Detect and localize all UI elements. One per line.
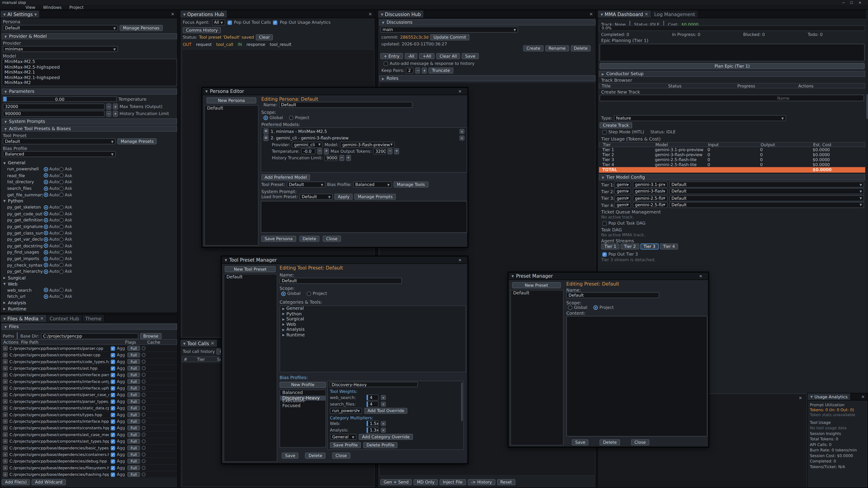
auto-radio[interactable] bbox=[43, 250, 48, 255]
browse-button[interactable]: Browse bbox=[140, 333, 162, 339]
entry-button[interactable]: Save bbox=[462, 53, 479, 59]
auto-radio[interactable] bbox=[43, 167, 48, 171]
tier-model-select[interactable]: gemini-2.5-flash-lite ▼ bbox=[633, 195, 668, 201]
tier-preset-select[interactable]: Default ▼ bbox=[669, 195, 864, 201]
add-tool-override-button[interactable]: Add Tool Override bbox=[364, 408, 408, 414]
persona-editor-titlebar[interactable]: ▼ Persona Editor ✕ bbox=[203, 88, 467, 95]
bias-profile-select[interactable]: Balanced ▼ bbox=[3, 151, 116, 157]
agg-checkbox[interactable]: ✓ bbox=[111, 432, 115, 437]
ask-radio[interactable] bbox=[59, 205, 64, 210]
decrement-icon[interactable]: − bbox=[388, 148, 393, 154]
auto-radio[interactable] bbox=[43, 288, 48, 292]
close-icon[interactable]: ✕ bbox=[859, 0, 861, 4]
remove-model-icon[interactable]: ✕ bbox=[460, 129, 465, 133]
decrement-icon[interactable]: − bbox=[106, 111, 111, 117]
provider-select[interactable]: minimax ▼ bbox=[3, 46, 118, 52]
persona-bias-profile-select[interactable]: Balanced ▼ bbox=[353, 182, 392, 188]
tool-preset-list-item[interactable]: Default bbox=[224, 274, 277, 280]
full-button[interactable]: Full bbox=[127, 425, 140, 430]
tool-preset-name-input[interactable]: Default bbox=[280, 278, 402, 284]
manage-prompts-button[interactable]: Manage Prompts bbox=[354, 194, 396, 200]
manage-personas-button[interactable]: Manage Personas bbox=[120, 25, 163, 31]
scope-global-radio[interactable] bbox=[264, 116, 268, 120]
remove-file-icon[interactable]: ✕ bbox=[3, 465, 8, 470]
model-option[interactable]: MiniMax-M2.1-highspeed bbox=[2, 75, 177, 80]
remove-file-icon[interactable]: ✕ bbox=[3, 452, 8, 457]
category-row[interactable]: ▶ Python bbox=[280, 311, 465, 317]
agg-checkbox[interactable]: ✓ bbox=[111, 386, 115, 390]
new-profile-button[interactable]: New Profile bbox=[280, 382, 326, 388]
ask-radio[interactable] bbox=[59, 231, 64, 235]
remove-multiplier-icon[interactable]: ✕ bbox=[381, 421, 386, 426]
entry-button[interactable]: Clear All bbox=[436, 53, 460, 59]
group-analysis[interactable]: ▶ Analysis bbox=[2, 300, 177, 306]
discussions-section[interactable]: ▼ Discussions bbox=[379, 20, 596, 26]
remove-file-icon[interactable]: ✕ bbox=[3, 459, 8, 464]
agg-checkbox[interactable]: ✓ bbox=[111, 426, 115, 430]
reorder-handle-icon[interactable]: ≡ bbox=[264, 128, 269, 134]
epic-planning-textarea[interactable] bbox=[599, 43, 865, 61]
persona-list-item[interactable]: Default bbox=[205, 106, 258, 111]
entry-button[interactable]: + Entry bbox=[380, 53, 403, 59]
temperature-slider[interactable]: 0.00 bbox=[3, 96, 117, 102]
delete-discussion-button[interactable]: Delete bbox=[570, 45, 591, 52]
agg-checkbox[interactable]: ✓ bbox=[111, 406, 115, 410]
full-button[interactable]: Full bbox=[127, 392, 140, 397]
truncate-button[interactable]: Truncate bbox=[429, 68, 453, 74]
full-button[interactable]: Full bbox=[127, 405, 140, 411]
entry-button[interactable]: -All bbox=[404, 53, 417, 59]
remove-file-icon[interactable]: ✕ bbox=[3, 432, 8, 437]
remove-file-icon[interactable]: ✕ bbox=[3, 352, 8, 357]
increment-icon[interactable]: + bbox=[346, 155, 351, 161]
tab-usage-analytics[interactable]: ▼ Usage Analytics bbox=[808, 393, 851, 400]
auto-radio[interactable] bbox=[43, 173, 48, 178]
tab-context-hub[interactable]: Context Hub bbox=[47, 315, 83, 322]
history-limit-input[interactable]: 900000 bbox=[324, 155, 338, 161]
preset-name-input[interactable]: Default bbox=[566, 292, 659, 298]
reorder-handle-icon[interactable]: ≡ bbox=[264, 135, 269, 141]
category-override-select[interactable]: General ▼ bbox=[330, 434, 357, 440]
scrollbar-thumb[interactable] bbox=[461, 382, 463, 421]
ask-radio[interactable] bbox=[59, 212, 64, 216]
files-section[interactable]: ▼ Files bbox=[2, 324, 177, 330]
remove-file-icon[interactable]: ✕ bbox=[3, 372, 8, 377]
full-button[interactable]: Full bbox=[127, 399, 140, 404]
auto-radio[interactable] bbox=[43, 269, 48, 274]
max-tokens-input[interactable]: 32000 bbox=[3, 103, 105, 109]
agg-checkbox[interactable]: ✓ bbox=[111, 459, 115, 463]
group-python[interactable]: ▼ Python bbox=[2, 198, 177, 204]
full-button[interactable]: Full bbox=[127, 459, 140, 464]
manage-tools-button[interactable]: Manage Tools bbox=[394, 182, 428, 188]
scrollbar-thumb[interactable] bbox=[866, 94, 868, 119]
full-button[interactable]: Full bbox=[127, 439, 140, 444]
discussion-action-button[interactable]: -> History bbox=[467, 479, 495, 485]
entry-button[interactable]: +All bbox=[419, 53, 435, 59]
weight-input[interactable]: 4 bbox=[366, 401, 379, 407]
stream-tab[interactable]: Tier 1 bbox=[601, 243, 620, 250]
agg-checkbox[interactable]: ✓ bbox=[111, 353, 115, 357]
full-button[interactable]: Full bbox=[127, 352, 140, 357]
close-icon[interactable]: ✕ bbox=[859, 394, 868, 399]
auto-radio[interactable] bbox=[43, 294, 48, 299]
apply-button[interactable]: Apply bbox=[335, 194, 353, 200]
clear-status-button[interactable]: Clear bbox=[256, 34, 273, 40]
increment-icon[interactable]: + bbox=[394, 148, 399, 154]
manage-presets-button[interactable]: Manage Presets bbox=[117, 138, 157, 144]
full-button[interactable]: Full bbox=[127, 419, 140, 424]
scope-global-radio[interactable] bbox=[568, 305, 572, 310]
category-row[interactable]: ▶ General bbox=[280, 306, 465, 311]
save-persona-button[interactable]: Save Persona bbox=[261, 236, 296, 242]
pop-out-usage-analytics-checkbox[interactable]: ✓ bbox=[273, 20, 278, 25]
remove-file-icon[interactable]: ✕ bbox=[3, 392, 8, 397]
remove-file-icon[interactable]: ✕ bbox=[3, 346, 8, 351]
tier-preset-select[interactable]: Default ▼ bbox=[669, 202, 864, 208]
save-profile-button[interactable]: Save Profile bbox=[330, 442, 361, 448]
discussion-select[interactable]: main ▼ bbox=[380, 27, 518, 33]
ask-radio[interactable] bbox=[59, 167, 64, 171]
tier-model-config-section[interactable]: ▼ Tier Model Config bbox=[599, 174, 865, 180]
tool-preset-select[interactable]: Default ▼ bbox=[3, 138, 116, 144]
create-discussion-button[interactable]: Create bbox=[523, 45, 544, 52]
auto-radio[interactable] bbox=[43, 224, 48, 229]
category-row[interactable]: ▶ Runtime bbox=[280, 332, 465, 337]
add-preferred-model-button[interactable]: Add Preferred Model bbox=[261, 174, 310, 180]
